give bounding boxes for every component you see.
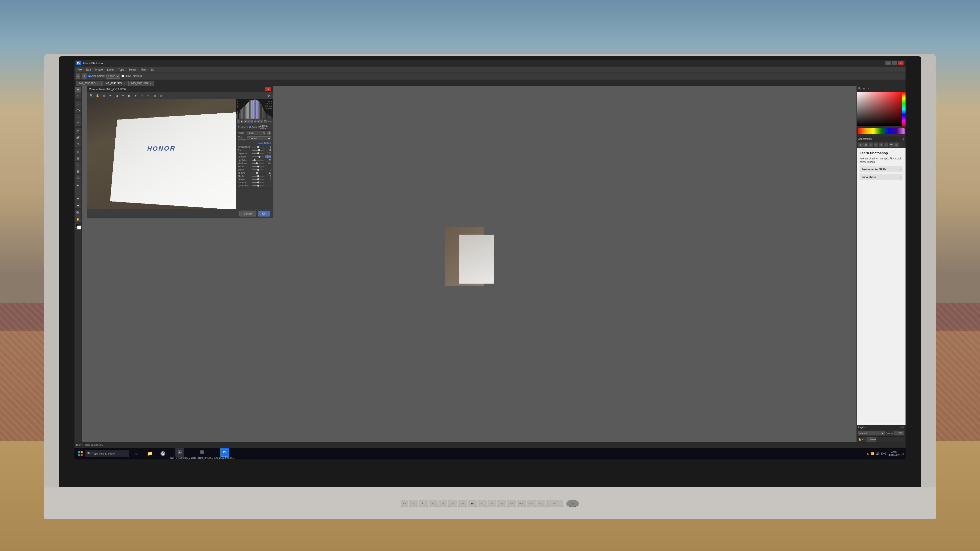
- cr-track-tint[interactable]: [252, 150, 264, 151]
- key-f4[interactable]: F4: [439, 500, 447, 507]
- cr-color-radio[interactable]: [249, 126, 251, 128]
- cr-thumb-shadows[interactable]: [256, 162, 258, 164]
- tool-artboard[interactable]: ⊞: [75, 93, 81, 99]
- cr-wb-tool[interactable]: ◈: [101, 93, 107, 98]
- taskbar-chrome-icon[interactable]: [159, 449, 167, 458]
- layer-select[interactable]: Layer: [106, 74, 120, 79]
- adj-icon-7[interactable]: 📷: [889, 143, 894, 147]
- adj-icon-1[interactable]: ◐: [858, 143, 863, 147]
- tool-eraser[interactable]: ◻: [75, 162, 81, 168]
- fill-input[interactable]: [867, 437, 877, 441]
- opacity-input[interactable]: [894, 431, 904, 435]
- taskbar-slack1-icon[interactable]: ●: [175, 448, 184, 457]
- cr-thumb-clarity[interactable]: [257, 175, 259, 177]
- learn-section-header-fundamental[interactable]: Fundamental Skills ›: [860, 166, 902, 172]
- taskbar-cortana-icon[interactable]: ○: [132, 449, 141, 458]
- cr-adjustment-brush[interactable]: ✎: [146, 93, 151, 98]
- key-cam[interactable]: 📷: [468, 500, 477, 507]
- cr-track-saturation[interactable]: [252, 186, 264, 186]
- color-spectrum[interactable]: [858, 128, 905, 134]
- tool-quick-select[interactable]: ⊡: [75, 120, 81, 126]
- menu-image[interactable]: Image: [93, 68, 105, 71]
- cr-icon-presets[interactable]: ☰: [264, 119, 267, 123]
- cr-profile-select[interactable]: Color: [247, 131, 266, 135]
- tray-icon-1[interactable]: ▲: [866, 452, 869, 455]
- taskbar-app-slack-1[interactable]: ● (557) Is There Still...: [170, 448, 190, 459]
- taskbar-app-chrome[interactable]: [157, 449, 169, 458]
- close-button[interactable]: ✕: [898, 61, 904, 65]
- adj-icon-3[interactable]: ⊙: [869, 143, 873, 147]
- show-transform-checkbox[interactable]: Show Transform: [121, 75, 143, 78]
- menu-edit[interactable]: Edit: [84, 68, 93, 71]
- cr-thumb-contrast[interactable]: [258, 156, 261, 158]
- tab-img2547[interactable]: IMG_2547.JPG ✕: [128, 81, 154, 86]
- tool-brush[interactable]: ✏: [75, 149, 81, 155]
- cr-thumb-temp[interactable]: [257, 146, 259, 148]
- adj-icon-8[interactable]: ⊞: [894, 143, 899, 147]
- color-hue-bar[interactable]: [902, 92, 905, 126]
- cr-icon-lens[interactable]: ◎: [254, 119, 257, 123]
- taskbar-slack2-icon[interactable]: S: [197, 448, 206, 457]
- cr-graduated-filter[interactable]: ▤: [152, 93, 158, 98]
- camera-raw-close[interactable]: ✕: [265, 87, 271, 91]
- auto-select-checkbox[interactable]: Auto-Select:: [88, 75, 105, 78]
- cr-icon-tone[interactable]: ◐: [240, 119, 243, 123]
- taskbar-time[interactable]: 22:05 08-09-2020: [888, 450, 900, 457]
- power-button[interactable]: ⏻: [566, 500, 579, 507]
- key-f12[interactable]: F12: [536, 500, 546, 507]
- cr-thumb-texture[interactable]: [256, 172, 258, 174]
- cr-icon-calibration[interactable]: ⊛: [261, 119, 263, 123]
- key-f3[interactable]: F3: [429, 500, 438, 507]
- cr-track-whites[interactable]: [252, 166, 264, 167]
- rp-panel-icon-2[interactable]: ⊞: [863, 87, 866, 91]
- key-f7[interactable]: F7: [478, 500, 487, 507]
- cr-thumb-tint[interactable]: [258, 149, 260, 151]
- tool-lasso[interactable]: 𝓵: [75, 114, 81, 120]
- cr-icon-hsl[interactable]: ≈: [247, 119, 250, 123]
- cr-thumb-blacks[interactable]: [257, 169, 259, 171]
- cr-bw-radio[interactable]: [258, 126, 260, 128]
- adj-icon-4[interactable]: ≈: [874, 143, 878, 147]
- cr-transform[interactable]: ⊞: [127, 93, 132, 98]
- start-button[interactable]: [76, 449, 84, 457]
- cr-thumb-exposure[interactable]: [257, 152, 259, 154]
- ok-button[interactable]: OK: [258, 211, 270, 216]
- key-esc[interactable]: Esc: [401, 500, 408, 507]
- cr-thumb-vibrance[interactable]: [257, 181, 259, 183]
- layers-close-icon[interactable]: ✕: [902, 426, 904, 429]
- tool-pen[interactable]: ✒: [75, 183, 81, 189]
- tool-hand[interactable]: ✋: [75, 216, 81, 222]
- minimize-button[interactable]: ─: [885, 61, 891, 65]
- cr-auto-link[interactable]: Auto: [258, 142, 263, 144]
- key-f10[interactable]: F10: [507, 500, 516, 507]
- menu-layer[interactable]: Layer: [105, 68, 116, 71]
- taskbar-app-search[interactable]: ○: [130, 449, 143, 458]
- cr-zoom-tool[interactable]: 🔍: [88, 93, 94, 98]
- key-prtsc[interactable]: PrtSc: [517, 500, 526, 507]
- cr-icon-detail[interactable]: ◈: [244, 119, 247, 123]
- cr-track-vibrance[interactable]: [252, 182, 264, 183]
- tab-img2545[interactable]: IMG_2545.JPG ✕: [102, 81, 128, 86]
- key-f6[interactable]: F6: [458, 500, 467, 507]
- tool-gradient[interactable]: ▦: [75, 168, 81, 174]
- tab-img2535[interactable]: IMG_2535.JPG ✕: [76, 81, 102, 86]
- layers-menu-icon[interactable]: ≡: [900, 426, 901, 429]
- cr-icon-basic[interactable]: ⊡: [237, 119, 240, 123]
- cr-track-temp[interactable]: [252, 147, 264, 148]
- cr-color-option[interactable]: Color: [249, 125, 257, 130]
- key-f11[interactable]: F11: [527, 500, 536, 507]
- key-f9[interactable]: F9: [497, 500, 506, 507]
- key-f5[interactable]: F5: [449, 500, 457, 507]
- tool-path-select[interactable]: ▸: [75, 195, 81, 201]
- menu-type[interactable]: Type: [116, 68, 126, 71]
- cr-track-shadows[interactable]: [252, 163, 264, 164]
- key-f1[interactable]: F1: [409, 500, 418, 507]
- cr-track-exposure[interactable]: [252, 153, 264, 154]
- rp-panel-icon-3[interactable]: ↗: [867, 87, 870, 91]
- tray-notification-icon[interactable]: □: [902, 452, 904, 455]
- tool-marquee-rect[interactable]: ▭: [75, 101, 81, 107]
- cr-icon-effects[interactable]: ✦: [257, 119, 260, 123]
- taskbar-app-explorer[interactable]: 📁: [143, 449, 156, 458]
- taskbar-explorer-icon[interactable]: 📁: [145, 449, 154, 458]
- cr-color-sample[interactable]: ✦: [108, 93, 113, 98]
